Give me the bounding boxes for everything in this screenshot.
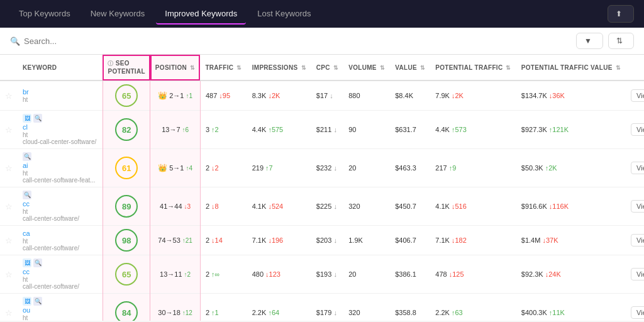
potential-value-cell: $134.7K ↓36K [516, 80, 626, 111]
keyword-cell: 🖼🔍cchtcall-center-software/ [18, 255, 103, 294]
volume-cell: 320 [343, 187, 390, 226]
view-button[interactable]: View [631, 306, 644, 319]
volume-cell: 880 [343, 80, 390, 111]
pot-traffic-sort-icon: ⇅ [506, 65, 511, 71]
pt-change: 573 [455, 126, 466, 133]
traffic-cell: 2 ↓8 [200, 187, 247, 226]
position-cell: 13→11 ↑2 [150, 255, 201, 294]
value-cell: $406.7 [390, 226, 430, 255]
view-button[interactable]: View [631, 162, 644, 174]
star-cell[interactable]: ☆ [0, 255, 18, 294]
cpc-value: $193 [316, 270, 331, 278]
pt-value: 478 [435, 270, 447, 278]
potential-traffic-cell: 4.4K ↑573 [430, 111, 516, 149]
pos-from-to: 30→18 [158, 309, 180, 316]
imp-change: 64 [272, 309, 279, 316]
search-input[interactable] [24, 36, 150, 46]
impressions-cell: 7.1K ↓196 [247, 226, 311, 255]
table-body: ☆brht65👑 2→1 ↑1487 ↓958.3K ↓2K$17 ↓880$8… [0, 80, 644, 321]
pv-change: 2K [548, 164, 557, 172]
keyword-cell: 🔍cchtcall-center-software/ [18, 187, 103, 226]
tab-lost-keywords[interactable]: Lost Keywords [248, 4, 319, 25]
traffic-change: 2 [215, 126, 219, 133]
view-button[interactable]: View [631, 123, 644, 136]
pv-value: $1.4M [521, 236, 541, 244]
pv-value: $916.6K [521, 203, 547, 210]
pv-value: $400.3K [521, 309, 547, 316]
star-cell[interactable]: ☆ [0, 80, 18, 111]
star-cell[interactable]: ☆ [0, 149, 18, 187]
view-button[interactable]: View [631, 268, 644, 280]
cpc-value: $225 [316, 203, 331, 210]
potential-traffic-cell: 4.1K ↓516 [430, 187, 516, 226]
export-csv-button[interactable]: ⬆ [608, 5, 634, 23]
seo-circle: 84 [115, 301, 138, 321]
search-icon: 🔍 [10, 36, 20, 46]
pv-change: 37K [546, 236, 558, 244]
value-cell: $631.7 [390, 111, 430, 149]
traffic-change: 14 [215, 236, 223, 244]
pos-change: ↑12 [182, 309, 192, 316]
volume-cell: 90 [343, 111, 390, 149]
star-cell[interactable]: ☆ [0, 294, 18, 321]
tab-new-keywords[interactable]: New Keywords [82, 4, 154, 25]
position-sort-icon: ⇅ [190, 65, 195, 71]
cpc-value: $211 [316, 126, 331, 133]
cpc-sort-icon: ⇅ [333, 65, 338, 71]
view-button[interactable]: View [631, 200, 644, 213]
volume-cell: 20 [343, 149, 390, 187]
view-button[interactable]: View [631, 89, 644, 102]
image-icon: 🖼 [23, 297, 31, 306]
tab-top-keywords[interactable]: Top Keywords [10, 4, 79, 25]
toolbar: 🔍 ▼ ⇅ [0, 28, 644, 55]
star-cell[interactable]: ☆ [0, 187, 18, 226]
cpc-cell: $203 ↓ [311, 226, 343, 255]
potential-traffic-cell: 217 ↑9 [430, 149, 516, 187]
keyword-cell: cahtcall-center-software/ [18, 226, 103, 255]
seo-potential-cell: 89 [103, 187, 150, 226]
view-button[interactable]: View [631, 234, 644, 247]
traffic-change: ∞ [215, 270, 220, 278]
imp-value: 4.1K [252, 203, 267, 210]
keyword-main: aiht [23, 162, 97, 177]
action-cell: View [626, 255, 644, 294]
seo-potential-cell: 98 [103, 226, 150, 255]
value-cell: $463.3 [390, 149, 430, 187]
pos-from-to: 13→11 [160, 270, 182, 278]
info-icon: ⓘ [108, 60, 113, 67]
traffic-value: 2 [206, 203, 209, 210]
crown-icon: 👑 [158, 164, 167, 172]
pos-change: ↑1 [186, 92, 192, 99]
th-potential-traffic: POTENTIAL TRAFFIC ⇅ [430, 55, 516, 80]
pt-change: 9 [452, 164, 456, 172]
table-row: ☆brht65👑 2→1 ↑1487 ↓958.3K ↓2K$17 ↓880$8… [0, 80, 644, 111]
tab-improved-keywords[interactable]: Improved Keywords [156, 4, 246, 25]
action-cell: View [626, 294, 644, 321]
value-value: $406.7 [395, 236, 416, 244]
value-value: $450.7 [395, 203, 416, 210]
traffic-value: 2 [206, 309, 209, 316]
th-cpc: CPC ⇅ [311, 55, 343, 80]
search-icon: 🔍 [33, 297, 42, 306]
keyword-path: call-center-software/ [23, 245, 97, 252]
top-nav: Top Keywords New Keywords Improved Keywo… [0, 0, 644, 28]
pos-from-to: 74→53 [158, 236, 180, 244]
nav-tabs: Top Keywords New Keywords Improved Keywo… [10, 4, 320, 25]
filters-button[interactable]: ▼ [576, 33, 603, 49]
seo-circle: 89 [115, 195, 138, 218]
imp-change: 575 [272, 126, 283, 133]
cpc-value: $203 [316, 236, 331, 244]
keyword-path: cloud-call-center-software/ [23, 138, 97, 145]
cpc-mark: ↓ [333, 236, 337, 244]
pos-badge: 13→11 ↑2 [160, 270, 191, 278]
crown-icon: 👑 [158, 91, 167, 100]
sort-button[interactable]: ⇅ [608, 33, 634, 49]
filter-icon: ▼ [584, 36, 592, 45]
potential-value-cell: $50.3K ↑2K [516, 149, 626, 187]
value-cell: $386.1 [390, 255, 430, 294]
cpc-value: $179 [316, 309, 331, 316]
star-cell[interactable]: ☆ [0, 111, 18, 149]
star-cell[interactable]: ☆ [0, 226, 18, 255]
potential-traffic-cell: 2.2K ↑63 [430, 294, 516, 321]
pos-badge: 41→44 ↓3 [160, 203, 191, 210]
